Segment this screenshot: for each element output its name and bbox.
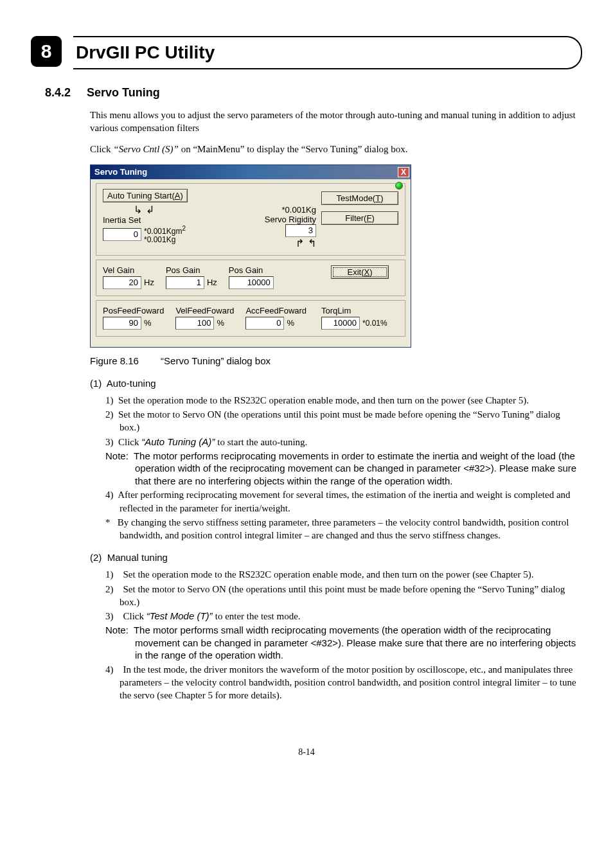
manual-note: Note: The motor performs small width rec… bbox=[105, 624, 582, 662]
pos-gain-unit: Hz bbox=[207, 278, 217, 287]
torq-lim-input[interactable]: 10000 bbox=[321, 317, 360, 330]
num: 2) bbox=[105, 409, 114, 420]
text-a: Click bbox=[123, 611, 147, 621]
close-icon[interactable]: X bbox=[398, 167, 409, 177]
btn-text-b: ) bbox=[369, 267, 372, 277]
manual-num: (2) bbox=[90, 552, 102, 563]
text-q: “Test Mode (T)” bbox=[147, 610, 215, 621]
panel-auto-tuning: Auto Tuning Start(A) ↳ ↲ Inertia Set 0 bbox=[96, 183, 405, 256]
manual-title: Manual tuning bbox=[107, 552, 168, 563]
text: After performing reciprocating movement … bbox=[118, 490, 570, 513]
star-unit-kg: *0.001Kg bbox=[282, 205, 317, 215]
arrow-down-icon: ↲ bbox=[146, 205, 154, 215]
status-led-icon bbox=[395, 182, 403, 190]
btn-text: Exit( bbox=[347, 267, 364, 277]
figure-number: Figure 8.16 bbox=[90, 355, 139, 366]
panel-feedforward: PosFeedFoward 90 % VelFeedFoward 100 % bbox=[96, 300, 405, 337]
pos-ff-input[interactable]: 90 bbox=[103, 317, 141, 330]
manual-step-2: 2) Set the motor to Servo ON (the operat… bbox=[105, 583, 582, 609]
torq-lim-label: TorqLim bbox=[321, 306, 398, 315]
text-b: to start the auto-tuning. bbox=[217, 437, 307, 447]
test-mode-button[interactable]: TestMode(T) bbox=[321, 191, 398, 205]
arrow-up-icon: ↰ bbox=[308, 238, 316, 249]
text-a: Click bbox=[118, 437, 141, 447]
inertia-unit-sup: 2 bbox=[182, 225, 186, 232]
auto-tuning-heading: (1) Auto-tuning bbox=[90, 378, 582, 389]
servo-tuning-dialog: Servo Tuning X Auto Tuning Start(A) ↳ ↲ bbox=[90, 164, 411, 348]
note-label: Note: bbox=[105, 450, 129, 461]
btn-text-b: ) bbox=[371, 213, 374, 223]
manual-step-4: 4) In the test mode, the driver monitors… bbox=[105, 663, 582, 702]
servo-rigidity-input[interactable]: 3 bbox=[285, 224, 316, 237]
acc-ff-input[interactable]: 0 bbox=[245, 317, 284, 330]
manual-tuning-steps-cont: 4) In the test mode, the driver monitors… bbox=[105, 663, 582, 702]
panel-gains: Vel Gain 20 Hz Pos Gain 1 Hz bbox=[96, 260, 405, 296]
arrow-down-icon: ↳ bbox=[134, 205, 142, 215]
inertia-unit-b: *0.001Kg bbox=[144, 235, 175, 244]
intro-p2: Click “Servo Cntl (S)” on “MainMenu” to … bbox=[90, 143, 582, 155]
auto-num: (1) bbox=[90, 378, 102, 389]
text: Set the motor to Servo ON (the operation… bbox=[120, 584, 565, 607]
auto-tuning-start-button[interactable]: Auto Tuning Start(A) bbox=[103, 189, 188, 202]
num: 3) bbox=[105, 611, 114, 621]
manual-step-1: 1) Set the operation mode to the RS232C … bbox=[105, 568, 582, 581]
inertia-set-label: Inertia Set bbox=[103, 215, 186, 225]
btn-text-b: ) bbox=[380, 193, 383, 203]
exit-button[interactable]: Exit(X) bbox=[331, 265, 389, 279]
text-q: “Auto Tuning (A)” bbox=[141, 436, 217, 447]
text: Set the motor to Servo ON (the operation… bbox=[118, 409, 560, 432]
num: 1) bbox=[105, 569, 114, 580]
pos-ff-label: PosFeedFoward bbox=[103, 306, 164, 315]
intro-p2-quote: “Servo Cntl (S)” bbox=[113, 144, 181, 154]
vel-ff-unit: % bbox=[217, 318, 224, 328]
pos-gain-input[interactable]: 1 bbox=[166, 276, 204, 289]
auto-step-2: 2) Set the motor to Servo ON (the operat… bbox=[105, 408, 582, 434]
intro-p2-a: Click bbox=[90, 144, 113, 154]
inertia-unit: *0.001Kgm2 *0.001Kg bbox=[144, 225, 186, 244]
vel-gain-input[interactable]: 20 bbox=[103, 276, 141, 289]
num: 1) bbox=[105, 395, 114, 405]
acc-ff-unit: % bbox=[287, 318, 294, 328]
intro-p2-b: on “MainMenu” to display the “Servo Tuni… bbox=[181, 144, 408, 154]
manual-tuning-steps: 1) Set the operation mode to the RS232C … bbox=[105, 568, 582, 623]
btn-text: Filter( bbox=[345, 213, 366, 223]
auto-title: Auto-tuning bbox=[107, 378, 156, 389]
num: 4) bbox=[105, 490, 114, 500]
inertia-unit-a: *0.001Kgm bbox=[144, 227, 182, 236]
pos-gain2-label: Pos Gain bbox=[229, 265, 274, 275]
vel-gain-label: Vel Gain bbox=[103, 265, 154, 275]
dialog-title: Servo Tuning bbox=[94, 167, 147, 177]
auto-star-note: * By changing the servo stiffness settin… bbox=[105, 516, 582, 542]
auto-step-3: 3) Click “Auto Tuning (A)” to start the … bbox=[105, 436, 582, 448]
text: In the test mode, the driver monitors th… bbox=[120, 664, 576, 701]
btn-mnemonic: T bbox=[375, 193, 380, 203]
inertia-set-input[interactable]: 0 bbox=[103, 228, 141, 241]
text: Set the operation mode to the RS232C ope… bbox=[118, 395, 529, 405]
num: 3) bbox=[105, 437, 114, 447]
vel-ff-input[interactable]: 100 bbox=[175, 317, 214, 330]
auto-step-1: 1) Set the operation mode to the RS232C … bbox=[105, 394, 582, 407]
vel-gain-unit: Hz bbox=[144, 278, 154, 287]
auto-note: Note: The motor performs reciprocating m… bbox=[105, 450, 582, 488]
section-intro: This menu allows you to adjust the servo… bbox=[90, 109, 582, 155]
star-text: By changing the servo stiffness setting … bbox=[118, 517, 569, 540]
section-number: 8.4.2 bbox=[45, 86, 71, 99]
pos-ff-unit: % bbox=[144, 318, 152, 328]
num: 2) bbox=[105, 584, 114, 594]
manual-tuning-heading: (2) Manual tuning bbox=[90, 552, 582, 563]
arrow-up-icon: ↱ bbox=[296, 238, 304, 249]
filter-button[interactable]: Filter(F) bbox=[321, 211, 398, 225]
dialog-figure: Servo Tuning X Auto Tuning Start(A) ↳ ↲ bbox=[90, 164, 582, 348]
chapter-heading: 8 DrvGII PC Utility bbox=[31, 36, 582, 69]
btn-mnemonic: X bbox=[364, 267, 369, 277]
auto-tuning-steps: 1) Set the operation mode to the RS232C … bbox=[105, 394, 582, 448]
figure-caption-text: “Servo Tuning” dialog box bbox=[161, 355, 271, 366]
text-b: to enter the test mode. bbox=[215, 611, 301, 621]
note-text: The motor performs reciprocating movemen… bbox=[134, 450, 576, 486]
pos-gain2-input[interactable]: 10000 bbox=[229, 276, 274, 289]
note-text: The motor performs small width reciproca… bbox=[134, 624, 576, 660]
servo-rigidity-label: Servo Rigidity bbox=[265, 215, 316, 224]
btn-text: Auto Tuning Start( bbox=[107, 191, 175, 200]
section-title: Servo Tuning bbox=[87, 86, 160, 99]
torq-lim-unit: *0.01% bbox=[362, 319, 387, 328]
